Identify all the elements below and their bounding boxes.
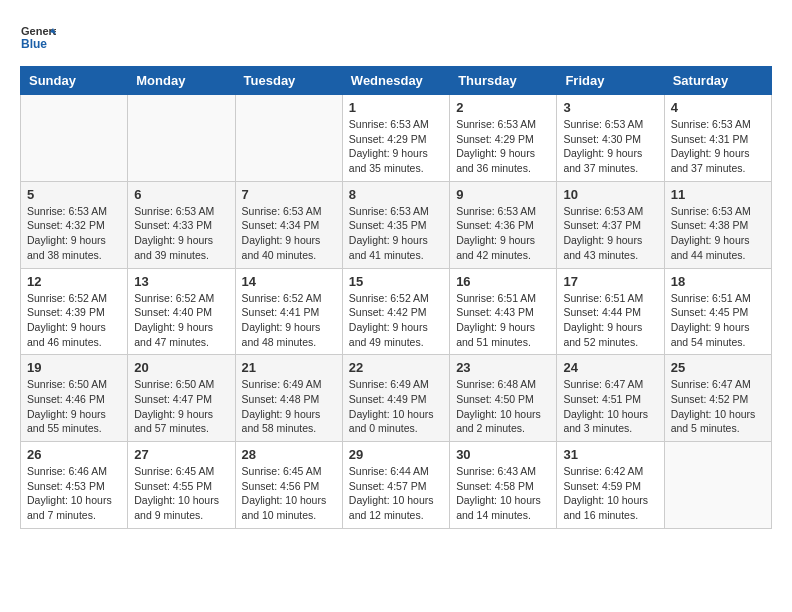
day-info: Sunrise: 6:53 AM Sunset: 4:29 PM Dayligh… [456,117,550,176]
day-info: Sunrise: 6:49 AM Sunset: 4:48 PM Dayligh… [242,377,336,436]
calendar-cell: 18Sunrise: 6:51 AM Sunset: 4:45 PM Dayli… [664,268,771,355]
day-number: 22 [349,360,443,375]
day-number: 6 [134,187,228,202]
calendar-cell: 15Sunrise: 6:52 AM Sunset: 4:42 PM Dayli… [342,268,449,355]
weekday-header: Thursday [450,67,557,95]
day-number: 2 [456,100,550,115]
day-info: Sunrise: 6:47 AM Sunset: 4:52 PM Dayligh… [671,377,765,436]
day-info: Sunrise: 6:53 AM Sunset: 4:34 PM Dayligh… [242,204,336,263]
day-number: 10 [563,187,657,202]
day-info: Sunrise: 6:52 AM Sunset: 4:40 PM Dayligh… [134,291,228,350]
day-number: 19 [27,360,121,375]
day-info: Sunrise: 6:53 AM Sunset: 4:29 PM Dayligh… [349,117,443,176]
day-info: Sunrise: 6:52 AM Sunset: 4:39 PM Dayligh… [27,291,121,350]
calendar-cell [235,95,342,182]
calendar-cell: 5Sunrise: 6:53 AM Sunset: 4:32 PM Daylig… [21,181,128,268]
day-number: 12 [27,274,121,289]
calendar-week-row: 1Sunrise: 6:53 AM Sunset: 4:29 PM Daylig… [21,95,772,182]
day-number: 21 [242,360,336,375]
calendar-cell: 13Sunrise: 6:52 AM Sunset: 4:40 PM Dayli… [128,268,235,355]
calendar-cell: 20Sunrise: 6:50 AM Sunset: 4:47 PM Dayli… [128,355,235,442]
calendar-cell: 22Sunrise: 6:49 AM Sunset: 4:49 PM Dayli… [342,355,449,442]
day-number: 29 [349,447,443,462]
day-info: Sunrise: 6:47 AM Sunset: 4:51 PM Dayligh… [563,377,657,436]
day-number: 11 [671,187,765,202]
day-info: Sunrise: 6:51 AM Sunset: 4:44 PM Dayligh… [563,291,657,350]
calendar-cell: 11Sunrise: 6:53 AM Sunset: 4:38 PM Dayli… [664,181,771,268]
day-info: Sunrise: 6:53 AM Sunset: 4:33 PM Dayligh… [134,204,228,263]
day-info: Sunrise: 6:50 AM Sunset: 4:46 PM Dayligh… [27,377,121,436]
calendar-cell: 29Sunrise: 6:44 AM Sunset: 4:57 PM Dayli… [342,442,449,529]
day-info: Sunrise: 6:53 AM Sunset: 4:36 PM Dayligh… [456,204,550,263]
day-info: Sunrise: 6:45 AM Sunset: 4:56 PM Dayligh… [242,464,336,523]
day-info: Sunrise: 6:53 AM Sunset: 4:30 PM Dayligh… [563,117,657,176]
day-info: Sunrise: 6:44 AM Sunset: 4:57 PM Dayligh… [349,464,443,523]
calendar-table: SundayMondayTuesdayWednesdayThursdayFrid… [20,66,772,529]
calendar-cell: 4Sunrise: 6:53 AM Sunset: 4:31 PM Daylig… [664,95,771,182]
day-number: 3 [563,100,657,115]
weekday-header: Friday [557,67,664,95]
day-info: Sunrise: 6:52 AM Sunset: 4:42 PM Dayligh… [349,291,443,350]
day-number: 18 [671,274,765,289]
calendar-week-row: 5Sunrise: 6:53 AM Sunset: 4:32 PM Daylig… [21,181,772,268]
day-number: 20 [134,360,228,375]
calendar-week-row: 12Sunrise: 6:52 AM Sunset: 4:39 PM Dayli… [21,268,772,355]
calendar-cell [21,95,128,182]
calendar-cell: 6Sunrise: 6:53 AM Sunset: 4:33 PM Daylig… [128,181,235,268]
calendar-cell: 19Sunrise: 6:50 AM Sunset: 4:46 PM Dayli… [21,355,128,442]
calendar-cell: 17Sunrise: 6:51 AM Sunset: 4:44 PM Dayli… [557,268,664,355]
day-number: 26 [27,447,121,462]
day-info: Sunrise: 6:53 AM Sunset: 4:35 PM Dayligh… [349,204,443,263]
day-info: Sunrise: 6:49 AM Sunset: 4:49 PM Dayligh… [349,377,443,436]
day-info: Sunrise: 6:53 AM Sunset: 4:31 PM Dayligh… [671,117,765,176]
svg-text:Blue: Blue [21,37,47,51]
day-number: 13 [134,274,228,289]
day-number: 23 [456,360,550,375]
day-number: 1 [349,100,443,115]
weekday-header: Wednesday [342,67,449,95]
weekday-header-row: SundayMondayTuesdayWednesdayThursdayFrid… [21,67,772,95]
day-number: 7 [242,187,336,202]
day-info: Sunrise: 6:43 AM Sunset: 4:58 PM Dayligh… [456,464,550,523]
day-number: 5 [27,187,121,202]
calendar-cell: 3Sunrise: 6:53 AM Sunset: 4:30 PM Daylig… [557,95,664,182]
calendar-cell: 26Sunrise: 6:46 AM Sunset: 4:53 PM Dayli… [21,442,128,529]
day-info: Sunrise: 6:51 AM Sunset: 4:43 PM Dayligh… [456,291,550,350]
day-info: Sunrise: 6:48 AM Sunset: 4:50 PM Dayligh… [456,377,550,436]
weekday-header: Tuesday [235,67,342,95]
day-number: 25 [671,360,765,375]
day-number: 17 [563,274,657,289]
day-info: Sunrise: 6:42 AM Sunset: 4:59 PM Dayligh… [563,464,657,523]
day-number: 28 [242,447,336,462]
day-info: Sunrise: 6:51 AM Sunset: 4:45 PM Dayligh… [671,291,765,350]
day-number: 30 [456,447,550,462]
calendar-cell: 16Sunrise: 6:51 AM Sunset: 4:43 PM Dayli… [450,268,557,355]
calendar-cell: 1Sunrise: 6:53 AM Sunset: 4:29 PM Daylig… [342,95,449,182]
day-info: Sunrise: 6:53 AM Sunset: 4:37 PM Dayligh… [563,204,657,263]
calendar-cell [664,442,771,529]
logo-icon: General Blue [20,20,56,56]
calendar-cell: 24Sunrise: 6:47 AM Sunset: 4:51 PM Dayli… [557,355,664,442]
weekday-header: Sunday [21,67,128,95]
day-info: Sunrise: 6:46 AM Sunset: 4:53 PM Dayligh… [27,464,121,523]
day-number: 9 [456,187,550,202]
calendar-cell: 30Sunrise: 6:43 AM Sunset: 4:58 PM Dayli… [450,442,557,529]
calendar-cell: 23Sunrise: 6:48 AM Sunset: 4:50 PM Dayli… [450,355,557,442]
weekday-header: Saturday [664,67,771,95]
calendar-cell: 2Sunrise: 6:53 AM Sunset: 4:29 PM Daylig… [450,95,557,182]
calendar-cell: 12Sunrise: 6:52 AM Sunset: 4:39 PM Dayli… [21,268,128,355]
day-info: Sunrise: 6:50 AM Sunset: 4:47 PM Dayligh… [134,377,228,436]
day-number: 16 [456,274,550,289]
day-info: Sunrise: 6:53 AM Sunset: 4:32 PM Dayligh… [27,204,121,263]
calendar-cell: 7Sunrise: 6:53 AM Sunset: 4:34 PM Daylig… [235,181,342,268]
day-info: Sunrise: 6:53 AM Sunset: 4:38 PM Dayligh… [671,204,765,263]
calendar-cell [128,95,235,182]
calendar-cell: 27Sunrise: 6:45 AM Sunset: 4:55 PM Dayli… [128,442,235,529]
calendar-cell: 25Sunrise: 6:47 AM Sunset: 4:52 PM Dayli… [664,355,771,442]
calendar-cell: 28Sunrise: 6:45 AM Sunset: 4:56 PM Dayli… [235,442,342,529]
calendar-cell: 31Sunrise: 6:42 AM Sunset: 4:59 PM Dayli… [557,442,664,529]
day-info: Sunrise: 6:45 AM Sunset: 4:55 PM Dayligh… [134,464,228,523]
day-number: 24 [563,360,657,375]
calendar-cell: 21Sunrise: 6:49 AM Sunset: 4:48 PM Dayli… [235,355,342,442]
day-number: 31 [563,447,657,462]
